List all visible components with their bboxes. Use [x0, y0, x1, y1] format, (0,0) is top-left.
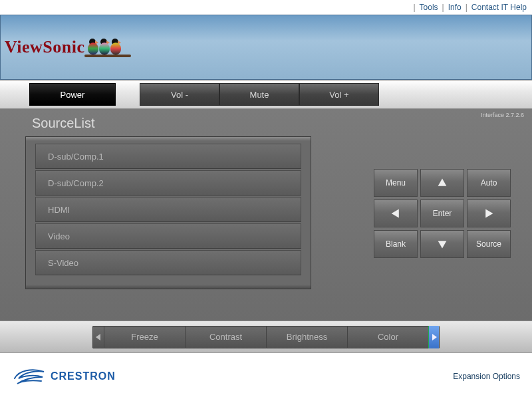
source-button[interactable]: Source — [467, 230, 511, 258]
brand-logo-text: ViewSonic — [5, 37, 85, 57]
arrow-left-icon — [390, 208, 401, 219]
source-item-dsub1[interactable]: D-sub/Comp.1 — [35, 144, 301, 169]
source-item-svideo[interactable]: S-Video — [35, 250, 301, 275]
nav-keypad: Menu Auto Enter Blank Source — [374, 169, 511, 258]
svg-marker-2 — [485, 209, 493, 218]
svg-marker-0 — [438, 179, 447, 186]
power-button[interactable]: Power — [29, 83, 116, 106]
volume-down-button[interactable]: Vol - — [140, 83, 219, 106]
footer: CRESTRON Expansion Options — [0, 352, 532, 399]
main-panel: Interface 2.7.2.6 SourceList D-sub/Comp.… — [0, 109, 532, 321]
nav-info-link[interactable]: Info — [448, 3, 462, 12]
nav-separator: | — [466, 3, 467, 12]
mute-button[interactable]: Mute — [219, 83, 299, 106]
slider-prev-button[interactable] — [93, 326, 104, 348]
svg-marker-5 — [432, 334, 437, 340]
source-item-hdmi[interactable]: HDMI — [35, 197, 301, 222]
chevron-left-icon — [96, 334, 101, 340]
menu-button[interactable]: Menu — [374, 169, 418, 197]
slider-next-button[interactable] — [428, 326, 439, 348]
nav-contact-link[interactable]: Contact IT Help — [471, 3, 527, 12]
brand-banner: ViewSonic — [0, 15, 532, 80]
arrow-left-button[interactable] — [374, 200, 418, 227]
source-item-video[interactable]: Video — [35, 223, 301, 249]
brand-birds-icon — [89, 37, 131, 57]
source-list-title: SourceList — [32, 116, 519, 131]
arrow-down-button[interactable] — [420, 230, 464, 258]
toolbar: Power Vol - Mute Vol + — [0, 80, 532, 109]
brightness-button[interactable]: Brightness — [266, 326, 347, 348]
source-list-panel: D-sub/Comp.1 D-sub/Comp.2 HDMI Video S-V… — [25, 136, 311, 289]
nav-separator: | — [413, 3, 415, 12]
freeze-button[interactable]: Freeze — [104, 326, 185, 348]
enter-button[interactable]: Enter — [420, 200, 464, 227]
arrow-up-icon — [437, 178, 448, 188]
source-item-dsub2[interactable]: D-sub/Comp.2 — [35, 170, 301, 196]
blank-button[interactable]: Blank — [374, 230, 418, 258]
arrow-right-icon — [483, 208, 494, 219]
crestron-swirl-icon — [12, 366, 48, 386]
nav-separator: | — [442, 3, 444, 12]
arrow-up-button[interactable] — [420, 169, 464, 197]
auto-button[interactable]: Auto — [467, 169, 511, 197]
adjust-slider: Freeze Contrast Brightness Color — [92, 326, 440, 348]
chevron-right-icon — [432, 334, 437, 340]
svg-marker-3 — [438, 241, 447, 248]
adjust-strip: Freeze Contrast Brightness Color — [0, 321, 532, 352]
crestron-logo-text: CRESTRON — [51, 370, 116, 382]
interface-version-label: Interface 2.7.2.6 — [481, 112, 524, 118]
arrow-down-icon — [437, 239, 448, 249]
volume-up-button[interactable]: Vol + — [299, 83, 379, 106]
svg-marker-1 — [392, 209, 399, 218]
svg-marker-4 — [96, 334, 100, 340]
contrast-button[interactable]: Contrast — [185, 326, 266, 348]
color-button[interactable]: Color — [347, 326, 428, 348]
crestron-logo: CRESTRON — [12, 366, 116, 386]
top-nav: | Tools | Info | Contact IT Help — [0, 0, 532, 15]
arrow-right-button[interactable] — [467, 200, 511, 227]
expansion-options-link[interactable]: Expansion Options — [453, 372, 520, 381]
nav-tools-link[interactable]: Tools — [420, 3, 438, 12]
